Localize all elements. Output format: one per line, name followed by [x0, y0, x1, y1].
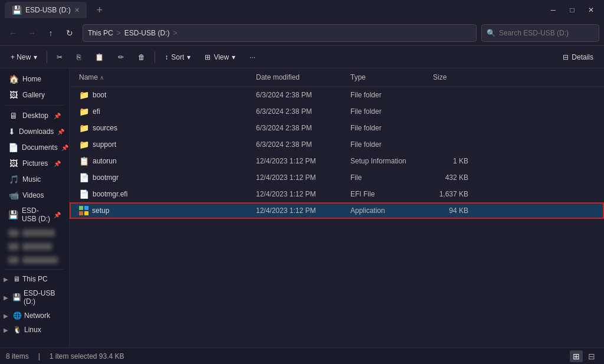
col-header-date[interactable]: Date modified: [251, 71, 346, 84]
sidebar-nav-esdusb-label: ESD-USB (D:): [24, 289, 65, 306]
item-count: 8 items: [6, 352, 29, 360]
maximize-button[interactable]: □: [564, 4, 580, 17]
table-row[interactable]: 📁 efi 6/3/2024 2:38 PM File folder: [70, 103, 604, 120]
network-icon: 🌐: [13, 311, 22, 320]
sort-button[interactable]: ↕ Sort ▾: [159, 49, 196, 65]
col-header-type[interactable]: Type: [346, 71, 428, 84]
table-row[interactable]: 📁 boot 6/3/2024 2:38 PM File folder: [70, 87, 604, 103]
file-type-cell: Application: [346, 206, 428, 215]
sidebar-item-documents[interactable]: 📄 Documents 📌: [2, 140, 67, 155]
sidebar-nav-this-pc[interactable]: ▶ 🖥 This PC: [0, 272, 69, 286]
new-chevron: ▾: [34, 53, 37, 61]
copy-icon: ⎘: [77, 53, 81, 61]
table-row[interactable]: 📋 autorun 12/4/2023 1:12 PM Setup Inform…: [70, 153, 604, 169]
sidebar-item-downloads[interactable]: ⬇ Downloads 📌: [2, 124, 67, 139]
search-bar[interactable]: 🔍 Search ESD-USB (D:): [481, 24, 599, 42]
file-date-cell: 12/4/2023 1:12 PM: [251, 157, 346, 165]
details-view-button[interactable]: ⊞: [570, 350, 583, 362]
file-date-cell: 6/3/2024 2:38 PM: [251, 91, 346, 99]
sidebar-nav-network[interactable]: ▶ 🌐 Network: [0, 309, 69, 323]
sidebar-item-home[interactable]: 🏠 Home: [2, 71, 67, 87]
sidebar-item-videos[interactable]: 📹 Videos: [2, 188, 67, 203]
title-tab[interactable]: 💾 ESD-USB (D:) ✕: [5, 2, 87, 18]
separator1: [47, 51, 47, 63]
status-bar: 8 items | 1 item selected 93.4 KB ⊞ ⊟: [0, 347, 604, 364]
refresh-button[interactable]: ↻: [61, 25, 78, 41]
sidebar-nav-linux[interactable]: ▶ 🐧 Linux: [0, 323, 69, 337]
sidebar-item-esdusb[interactable]: 💾 ESD-USB (D:) 📌: [2, 204, 67, 226]
sort-icon: ↕: [165, 53, 168, 61]
sidebar-blurred-2: blurred: [2, 240, 67, 253]
table-row[interactable]: 📄 bootmgr 12/4/2023 1:12 PM File 432 KB: [70, 169, 604, 186]
forward-button[interactable]: →: [24, 25, 40, 41]
pictures-icon: 🖼: [8, 159, 19, 168]
new-label: + New: [11, 53, 31, 61]
rename-button[interactable]: ✏: [112, 49, 130, 65]
close-button[interactable]: ✕: [583, 4, 599, 17]
details-button[interactable]: ⊟ Details: [557, 49, 599, 65]
view-button[interactable]: ⊞ View ▾: [199, 49, 241, 65]
up-button[interactable]: ↑: [42, 25, 59, 41]
desktop-pin-icon: 📌: [54, 113, 61, 119]
new-button[interactable]: + New ▾: [5, 49, 43, 65]
file-size-cell: 432 KB: [428, 173, 475, 182]
file-type-cell: EFI File: [346, 190, 428, 198]
separator2: [155, 51, 155, 63]
delete-button[interactable]: 🗑: [132, 49, 151, 65]
folder-icon: 📁: [79, 107, 89, 116]
table-row[interactable]: setup 12/4/2023 1:12 PM Application 94 K…: [70, 202, 604, 219]
sidebar-nav-esdusb[interactable]: ▶ 💾 ESD-USB (D:): [0, 286, 69, 309]
sort-label: Sort: [171, 53, 184, 61]
sidebar-item-home-label: Home: [22, 75, 41, 83]
file-name: bootmgr.efi: [93, 190, 127, 198]
table-row[interactable]: 📁 sources 6/3/2024 2:38 PM File folder: [70, 120, 604, 136]
paste-button[interactable]: 📋: [89, 49, 110, 65]
search-icon: 🔍: [487, 29, 495, 37]
file-size-cell: 1 KB: [428, 157, 475, 165]
table-row[interactable]: 📁 support 6/3/2024 2:38 PM File folder: [70, 136, 604, 153]
file-name-cell: 📁 boot: [74, 90, 251, 100]
sidebar-item-desktop[interactable]: 🖥 Desktop 📌: [2, 108, 67, 123]
large-icons-view-button[interactable]: ⊟: [585, 350, 598, 362]
this-pc-icon: 🖥: [13, 275, 20, 283]
tab-title: ESD-USB (D:): [25, 6, 71, 14]
sidebar-item-pictures[interactable]: 🖼 Pictures 📌: [2, 156, 67, 171]
selected-info: 1 item selected 93.4 KB: [50, 352, 124, 360]
back-button[interactable]: ←: [5, 25, 21, 41]
view-toggle-buttons: ⊞ ⊟: [570, 350, 598, 362]
folder-icon: 📁: [79, 90, 89, 100]
sidebar: 🏠 Home 🖼 Gallery 🖥 Desktop 📌 ⬇ Downloads…: [0, 68, 70, 347]
file-rows: 📁 boot 6/3/2024 2:38 PM File folder 📁 ef…: [70, 87, 604, 219]
address-bar[interactable]: This PC > ESD-USB (D:) >: [83, 24, 477, 42]
new-tab-button[interactable]: +: [91, 2, 108, 18]
view-chevron: ▾: [232, 53, 235, 61]
sidebar-item-music-label: Music: [22, 175, 41, 183]
videos-icon: 📹: [8, 191, 19, 200]
file-name-cell: 📄 bootmgr: [74, 173, 251, 182]
more-button[interactable]: ···: [244, 49, 261, 65]
table-row[interactable]: 📄 bootmgr.efi 12/4/2023 1:12 PM EFI File…: [70, 186, 604, 202]
svg-rect-1: [84, 206, 88, 210]
col-header-size[interactable]: Size: [428, 71, 475, 84]
setup-info-icon: 📋: [79, 156, 89, 166]
file-name: sources: [93, 124, 117, 132]
file-name-cell: 📁 support: [74, 140, 251, 149]
this-pc-chevron-icon: ▶: [4, 276, 11, 283]
address-part2: ESD-USB (D:): [124, 29, 170, 37]
col-header-name[interactable]: Name ∧: [74, 71, 251, 84]
cut-button[interactable]: ✂: [51, 49, 68, 65]
file-icon: 📄: [79, 173, 89, 182]
copy-button[interactable]: ⎘: [71, 49, 87, 65]
delete-icon: 🗑: [138, 53, 145, 61]
sidebar-item-music[interactable]: 🎵 Music: [2, 172, 67, 187]
more-icon: ···: [250, 53, 255, 61]
sort-chevron: ▾: [187, 53, 191, 61]
rename-icon: ✏: [118, 53, 124, 61]
efi-icon: 📄: [79, 189, 89, 199]
sidebar-item-gallery[interactable]: 🖼 Gallery: [2, 87, 67, 103]
file-type-cell: Setup Information: [346, 157, 428, 165]
tab-close-button[interactable]: ✕: [74, 6, 80, 14]
sidebar-blurred-1: blurred: [2, 227, 67, 240]
minimize-button[interactable]: ─: [545, 4, 562, 17]
cut-icon: ✂: [57, 53, 63, 61]
